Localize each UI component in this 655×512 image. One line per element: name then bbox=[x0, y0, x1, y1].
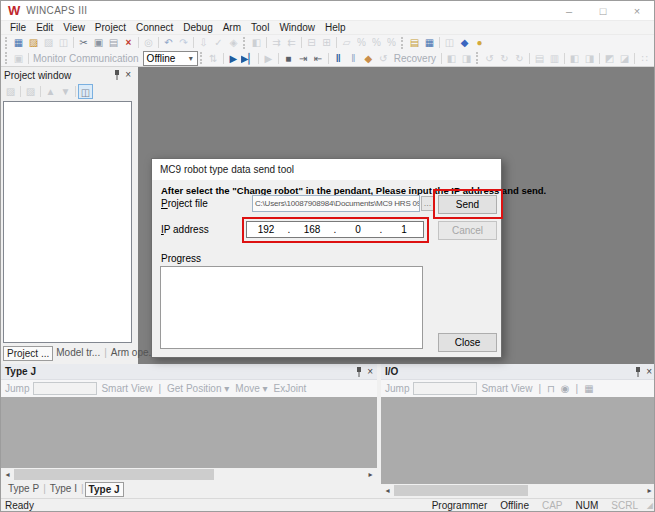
panel-tab[interactable]: Model tr... bbox=[53, 346, 103, 359]
toolbar-command[interactable]: Smart View bbox=[101, 383, 152, 394]
pin-icon[interactable] bbox=[634, 367, 642, 377]
menu-item[interactable]: Tool bbox=[246, 21, 274, 34]
save-icon[interactable]: ◫ bbox=[56, 35, 71, 50]
speed-rate-icon-1[interactable]: % bbox=[354, 35, 369, 50]
run-to-cursor-icon[interactable]: ▶▏ bbox=[241, 51, 256, 66]
step-over-icon[interactable]: ⇤ bbox=[311, 51, 326, 66]
view-icon-1[interactable]: ◩ bbox=[602, 51, 617, 66]
panel-splitter[interactable] bbox=[134, 67, 138, 364]
panel-tab[interactable]: Project ... bbox=[3, 346, 53, 361]
menu-item[interactable]: Window bbox=[274, 21, 320, 34]
log-view-icon-1[interactable]: ▤ bbox=[532, 51, 547, 66]
cut-icon[interactable]: ✂ bbox=[76, 35, 91, 50]
close-window-button[interactable]: × bbox=[620, 1, 654, 20]
pin-icon[interactable] bbox=[355, 367, 363, 377]
speed-rate-icon-2[interactable]: % bbox=[369, 35, 384, 50]
hand-guide-icon[interactable]: ◆ bbox=[361, 51, 376, 66]
comment-icon[interactable]: ⊟ bbox=[304, 35, 319, 50]
send-project-icon[interactable]: ⇅ bbox=[206, 51, 221, 66]
connection-mode-select[interactable]: Offline ▾ bbox=[143, 51, 198, 66]
scrollbar-thumb[interactable] bbox=[14, 469, 214, 480]
project-tree-list[interactable] bbox=[3, 101, 132, 343]
ip-address-input[interactable]: 192 . 168 . 0 . 1 bbox=[246, 221, 424, 238]
pin-icon[interactable] bbox=[113, 70, 121, 80]
project-tree-icon[interactable]: ▤ bbox=[407, 35, 422, 50]
recovery-label[interactable]: Recovery bbox=[391, 51, 439, 66]
pw-move-down-icon[interactable]: ▼ bbox=[58, 84, 73, 99]
stop-icon[interactable]: ■ bbox=[281, 51, 296, 66]
view-icon-2[interactable]: ◪ bbox=[617, 51, 632, 66]
close-panel-icon[interactable]: × bbox=[125, 68, 131, 82]
outdent-icon[interactable]: ⇇ bbox=[284, 35, 299, 50]
refresh-icon-3[interactable]: ↻ bbox=[512, 51, 527, 66]
bee-tool-icon[interactable]: ● bbox=[472, 35, 487, 50]
verify-icon[interactable]: ✓ bbox=[211, 35, 226, 50]
menu-item[interactable]: Edit bbox=[31, 21, 58, 34]
log-view-icon-2[interactable]: ▥ bbox=[547, 51, 562, 66]
toolbar-command[interactable]: Get Position ▾ bbox=[167, 383, 229, 394]
pulse-view-icon[interactable]: ⊓ bbox=[547, 383, 555, 394]
undo-icon[interactable]: ↶ bbox=[161, 35, 176, 50]
trace-steps-icon[interactable]: ∷ bbox=[637, 51, 652, 66]
type-tab[interactable]: Type J bbox=[85, 482, 124, 497]
scroll-left-arrow[interactable]: ◂ bbox=[1, 468, 14, 481]
toolbar-command[interactable]: Smart View bbox=[481, 383, 532, 394]
toolbar-command[interactable]: ExJoint bbox=[274, 383, 307, 394]
step-into-icon[interactable]: ⇥ bbox=[296, 51, 311, 66]
scroll-right-arrow[interactable]: ▸ bbox=[364, 468, 377, 481]
menu-item[interactable]: Arm bbox=[218, 21, 246, 34]
connect-icon[interactable]: ▣ bbox=[11, 51, 26, 66]
pw-refresh-icon[interactable]: ▨ bbox=[23, 84, 38, 99]
settings-icon[interactable]: ◈ bbox=[226, 35, 241, 50]
menu-item[interactable]: Help bbox=[320, 21, 351, 34]
open-project-icon[interactable]: ▨ bbox=[26, 35, 41, 50]
delete-icon[interactable]: × bbox=[121, 35, 136, 50]
run-icon[interactable]: ▶ bbox=[226, 51, 241, 66]
recovery-icon[interactable]: ↺ bbox=[376, 51, 391, 66]
maximize-button[interactable]: □ bbox=[586, 1, 620, 20]
send-button[interactable]: Send bbox=[438, 195, 497, 214]
pen-icon[interactable]: ▱ bbox=[339, 35, 354, 50]
type-tab[interactable]: Type I bbox=[47, 482, 80, 495]
paste-icon[interactable]: ▤ bbox=[106, 35, 121, 50]
copy-icon[interactable]: ▣ bbox=[91, 35, 106, 50]
scroll-left-arrow[interactable]: ◂ bbox=[381, 484, 394, 497]
close-panel-icon[interactable]: × bbox=[367, 365, 373, 379]
menu-item[interactable]: File bbox=[5, 21, 31, 34]
arrange-windows-icon[interactable]: ◫ bbox=[442, 35, 457, 50]
cancel-button[interactable]: Cancel bbox=[438, 221, 497, 240]
transfer-data-icon[interactable]: ⇩ bbox=[196, 35, 211, 50]
close-panel-icon[interactable]: × bbox=[646, 365, 652, 379]
search-icon[interactable]: ◎ bbox=[141, 35, 156, 50]
ip-octet-4[interactable]: 1 bbox=[385, 224, 423, 235]
menu-item[interactable]: Project bbox=[90, 21, 131, 34]
ip-octet-3[interactable]: 0 bbox=[339, 224, 377, 235]
io-monitor-icon[interactable]: ▦ bbox=[584, 383, 593, 394]
project-file-input[interactable]: C:\Users\10087908984\Documents\MC9 HRS 0… bbox=[252, 195, 420, 212]
type-tab[interactable]: Type P bbox=[5, 482, 42, 495]
minimize-button[interactable]: – bbox=[552, 1, 586, 20]
layout-icon-1[interactable]: ◧ bbox=[567, 51, 582, 66]
ip-octet-1[interactable]: 192 bbox=[247, 224, 285, 235]
toolbar-command[interactable]: Move ▾ bbox=[235, 383, 267, 394]
indent-icon[interactable]: ⇉ bbox=[269, 35, 284, 50]
redo-icon[interactable]: ↷ bbox=[176, 35, 191, 50]
uncomment-icon[interactable]: ⊞ bbox=[319, 35, 334, 50]
new-project-icon[interactable]: ▦ bbox=[11, 35, 26, 50]
monitor-window-icon[interactable]: ▦ bbox=[422, 35, 437, 50]
pw-toggle-view-icon[interactable]: ◫ bbox=[78, 84, 93, 99]
refresh-icon-1[interactable]: ↺ bbox=[482, 51, 497, 66]
scrollbar-thumb[interactable] bbox=[394, 485, 528, 496]
resize-grip-icon[interactable]: ◢ bbox=[647, 501, 653, 510]
import-project-icon[interactable]: ▨ bbox=[41, 35, 56, 50]
menu-item[interactable]: Debug bbox=[178, 21, 217, 34]
window-split-icon[interactable]: ◧ bbox=[249, 35, 264, 50]
close-button[interactable]: Close bbox=[438, 333, 497, 352]
jump-input[interactable] bbox=[33, 382, 97, 395]
pw-properties-icon[interactable]: ▨ bbox=[3, 84, 18, 99]
pause-icon[interactable]: ‖ bbox=[331, 51, 346, 66]
pw-move-up-icon[interactable]: ▲ bbox=[43, 84, 58, 99]
menu-item[interactable]: Connect bbox=[131, 21, 178, 34]
refresh-icon-2[interactable]: ↻ bbox=[497, 51, 512, 66]
scroll-right-arrow[interactable]: ▸ bbox=[643, 484, 655, 497]
